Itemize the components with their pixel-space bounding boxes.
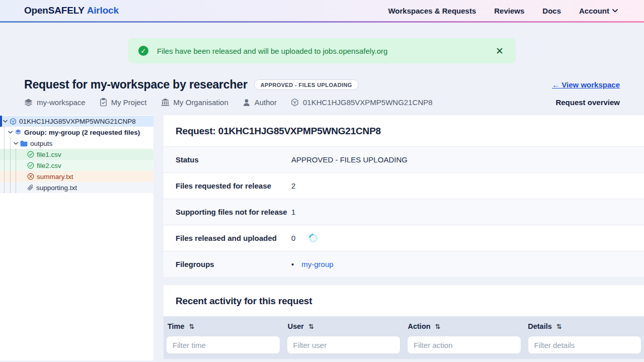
meta-project: My Project xyxy=(100,98,147,107)
tree-root-request[interactable]: 01KHC1HJG85VXPMP5WNG21CNP8 xyxy=(0,116,153,127)
check-circle-icon: ✓ xyxy=(138,46,148,56)
column-label: Action xyxy=(408,322,431,330)
meta-request-id-label: 01KHC1HJG85VXPMP5WNG21CNP8 xyxy=(303,98,433,107)
tree-file-label: file1.csv xyxy=(37,151,61,158)
detail-value: 2 xyxy=(291,182,644,190)
main-content: Request: 01KHC1HJG85VXPMP5WNG21CNP8 Stat… xyxy=(164,115,644,359)
detail-value: 0 xyxy=(291,234,295,242)
chevron-down-icon[interactable] xyxy=(8,131,13,134)
detail-value: APPROVED - FILES UPLOADING xyxy=(291,155,644,164)
file-tree-sidebar: 01KHC1HJG85VXPMP5WNG21CNP8 Group: my-gro… xyxy=(0,115,153,360)
status-badge: APPROVED - FILES UPLOADING xyxy=(254,79,359,90)
chevron-down-icon xyxy=(612,9,618,13)
meta-organisation: My Organisation xyxy=(161,98,228,107)
close-icon[interactable]: ✕ xyxy=(494,45,506,57)
meta-workspace: my-workspace xyxy=(24,98,86,107)
tree-file-label: file2.csv xyxy=(37,162,61,169)
tree-guide-line xyxy=(16,149,16,193)
meta-workspace-label: my-workspace xyxy=(37,98,86,107)
detail-row-status: Status APPROVED - FILES UPLOADING xyxy=(164,146,644,172)
sort-icon[interactable]: ⇅ xyxy=(556,323,562,330)
filter-time-input[interactable] xyxy=(166,336,280,354)
filegroup-link[interactable]: my-group xyxy=(301,260,333,268)
column-header-details[interactable]: Details ⇅ xyxy=(524,322,644,330)
upload-spinner-icon xyxy=(307,232,319,244)
request-icon xyxy=(291,98,299,107)
sort-icon[interactable]: ⇅ xyxy=(308,323,314,330)
nav-workspaces-requests[interactable]: Workspaces & Requests xyxy=(388,7,476,15)
detail-row-files-requested: Files requested for release 2 xyxy=(164,172,644,199)
layers-icon xyxy=(24,98,33,107)
check-circle-icon xyxy=(27,162,34,169)
view-workspace-link[interactable]: ← View workspace xyxy=(552,80,620,89)
panel-gap xyxy=(164,277,644,285)
organisation-icon xyxy=(161,98,170,107)
request-heading: Request: 01KHC1HJG85VXPMP5WNG21CNP8 xyxy=(164,115,644,146)
nav-reviews[interactable]: Reviews xyxy=(494,7,524,15)
clipboard-icon xyxy=(100,98,107,107)
meta-organisation-label: My Organisation xyxy=(174,98,228,107)
detail-label: Files released and uploaded xyxy=(176,234,291,242)
chevron-down-icon[interactable] xyxy=(14,142,18,145)
meta-author-label: Author xyxy=(255,98,277,107)
logo-primary: OpenSAFELY xyxy=(24,5,85,16)
detail-label: Files requested for release xyxy=(176,182,291,190)
tree-file-label: summary.txt xyxy=(37,173,73,180)
detail-row-supporting-files: Supporting files not for release 1 xyxy=(164,199,644,225)
detail-label: Supporting files not for release xyxy=(176,208,291,216)
filter-user-input[interactable] xyxy=(287,336,401,354)
sort-icon[interactable]: ⇅ xyxy=(435,323,441,330)
main-nav: Workspaces & Requests Reviews Docs Accou… xyxy=(388,7,618,15)
tree-folder-label: outputs xyxy=(30,140,52,147)
page-header: Request for my-workspace by researcher A… xyxy=(0,63,644,107)
request-meta: my-workspace My Project My Organisation … xyxy=(24,98,433,107)
user-icon xyxy=(243,99,251,107)
layers-icon xyxy=(15,129,22,136)
tree-group-label: Group: my-group (2 requested files) xyxy=(24,129,140,136)
tree-folder-outputs[interactable]: outputs xyxy=(0,138,153,149)
chevron-down-icon[interactable] xyxy=(3,120,8,123)
request-icon xyxy=(10,118,17,125)
logo-secondary: Airlock xyxy=(87,5,119,16)
top-bar: OpenSAFELYAirlock Workspaces & Requests … xyxy=(0,0,644,21)
column-label: User xyxy=(288,322,304,330)
detail-label: Filegroups xyxy=(176,260,291,268)
folder-icon xyxy=(20,140,28,147)
app-logo[interactable]: OpenSAFELYAirlock xyxy=(24,5,119,16)
nav-docs[interactable]: Docs xyxy=(542,7,561,15)
nav-account-label: Account xyxy=(579,7,609,15)
meta-project-label: My Project xyxy=(111,98,147,107)
detail-label: Status xyxy=(176,155,291,164)
filter-action-input[interactable] xyxy=(407,336,521,354)
x-circle-icon xyxy=(27,173,34,180)
column-label: Time xyxy=(168,322,185,330)
column-header-user[interactable]: User ⇅ xyxy=(284,322,404,330)
sort-icon[interactable]: ⇅ xyxy=(189,323,195,330)
success-notification: ✓ Files have been released and will be u… xyxy=(128,38,516,63)
column-label: Details xyxy=(528,322,552,330)
tree-file-file2[interactable]: file2.csv xyxy=(0,160,153,171)
activity-table-header: Time ⇅ User ⇅ Action ⇅ Details ⇅ xyxy=(164,316,644,359)
tree-file-summary[interactable]: summary.txt xyxy=(0,171,153,182)
meta-request-id: 01KHC1HJG85VXPMP5WNG21CNP8 xyxy=(291,98,433,107)
check-circle-icon xyxy=(27,151,34,158)
column-header-action[interactable]: Action ⇅ xyxy=(404,322,524,330)
nav-account-menu[interactable]: Account xyxy=(579,7,618,15)
tree-group-my-group[interactable]: Group: my-group (2 requested files) xyxy=(0,127,153,138)
tree-root-label: 01KHC1HJG85VXPMP5WNG21CNP8 xyxy=(19,118,136,125)
notification-message: Files have been released and will be upl… xyxy=(157,47,387,55)
column-header-time[interactable]: Time ⇅ xyxy=(164,322,284,330)
detail-value: 1 xyxy=(291,208,644,216)
paperclip-icon xyxy=(27,184,34,191)
content-area: 01KHC1HJG85VXPMP5WNG21CNP8 Group: my-gro… xyxy=(0,115,644,360)
meta-author: Author xyxy=(243,98,277,107)
tree-file-file1[interactable]: file1.csv xyxy=(0,149,153,160)
detail-row-files-released: Files released and uploaded 0 xyxy=(164,225,644,251)
tree-file-supporting[interactable]: supporting.txt xyxy=(0,182,153,193)
request-overview-label: Request overview xyxy=(555,98,620,107)
filter-details-input[interactable] xyxy=(528,336,642,354)
header-gradient-rule xyxy=(0,21,644,23)
tree-guide-line xyxy=(4,127,5,193)
tree-guide-line xyxy=(10,138,11,193)
tree-file-label: supporting.txt xyxy=(36,184,77,192)
